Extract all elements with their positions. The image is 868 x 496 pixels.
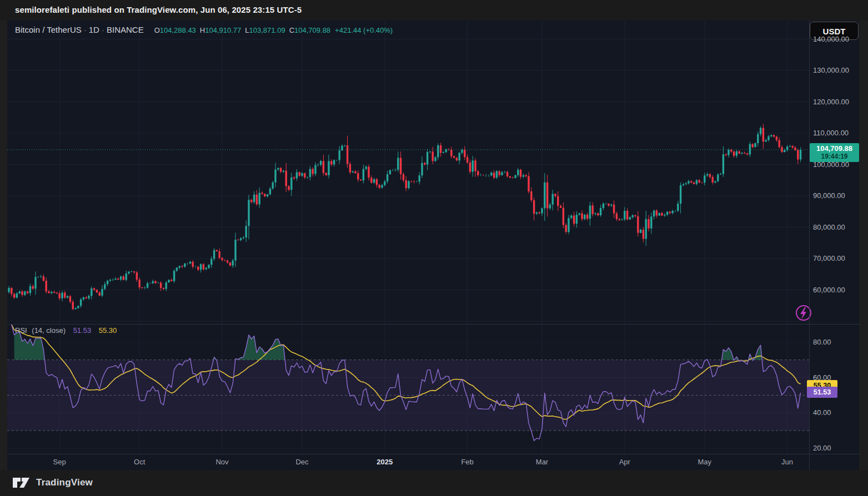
exchange-label: BINANCE bbox=[107, 25, 144, 34]
high-value: 104,910.77 bbox=[205, 26, 241, 34]
attribution-text: semilorefaleti published on TradingView.… bbox=[15, 5, 302, 14]
rsi-ma-current-value: 55.30 bbox=[99, 326, 117, 335]
symbol-header: Bitcoin / TetherUS·1D·BINANCEO104,288.43… bbox=[15, 25, 393, 34]
price-axis-border bbox=[809, 21, 810, 470]
symbol-title[interactable]: Bitcoin / TetherUS bbox=[15, 25, 82, 34]
footer-bar: TradingView bbox=[0, 470, 868, 496]
rsi-axis-label: 20.00 bbox=[813, 444, 831, 452]
last-price-value: 104,709.88 bbox=[810, 144, 859, 153]
rsi-current-value: 51.53 bbox=[73, 326, 92, 335]
pane-separator[interactable] bbox=[7, 324, 859, 325]
chart-region[interactable]: Bitcoin / TetherUS·1D·BINANCEO104,288.43… bbox=[7, 21, 859, 470]
time-axis-label-may: May bbox=[698, 458, 712, 466]
change-value: +421.44 (+0.40%) bbox=[335, 26, 393, 34]
time-axis[interactable]: SepOctNovDec2025FebMarAprMayJun bbox=[7, 454, 859, 470]
interval-label[interactable]: 1D bbox=[89, 25, 99, 34]
time-axis-label-dec: Dec bbox=[295, 458, 308, 466]
price-axis-label: 110,000.00 bbox=[813, 129, 849, 137]
price-axis-label: 80,000.00 bbox=[813, 223, 845, 231]
rsi-title[interactable]: RSI bbox=[15, 326, 27, 335]
open-value: 104,288.43 bbox=[160, 26, 196, 34]
last-price-badge: 104,709.88 19:44:19 bbox=[810, 143, 859, 162]
main-chart-canvas[interactable] bbox=[7, 21, 859, 470]
time-axis-label-jun: Jun bbox=[781, 458, 793, 466]
time-axis-label-apr: Apr bbox=[619, 458, 630, 466]
time-axis-label-sep: Sep bbox=[53, 458, 66, 466]
time-axis-label-nov: Nov bbox=[215, 458, 228, 466]
attribution-bar: semilorefaleti published on TradingView.… bbox=[0, 0, 868, 21]
time-axis-label-feb: Feb bbox=[461, 458, 473, 466]
time-axis-label-oct: Oct bbox=[134, 458, 145, 466]
time-axis-label-mar: Mar bbox=[536, 458, 548, 466]
bar-countdown: 19:44:19 bbox=[810, 153, 859, 160]
price-axis-label: 120,000.00 bbox=[813, 98, 849, 106]
price-axis-label: 70,000.00 bbox=[813, 254, 845, 262]
tradingview-published-chart: semilorefaleti published on TradingView.… bbox=[0, 0, 868, 496]
rsi-axis-label: 80.00 bbox=[813, 338, 831, 346]
tradingview-brand[interactable]: TradingView bbox=[12, 475, 93, 490]
price-axis-label: 90,000.00 bbox=[813, 191, 845, 200]
time-axis-label-2025: 2025 bbox=[377, 458, 393, 466]
price-axis-label: 130,000.00 bbox=[813, 66, 849, 74]
rsi-indicator-header[interactable]: RSI (14, close) 51.53 55.30 bbox=[15, 326, 117, 335]
rsi-value-badge: 51.53 bbox=[807, 387, 837, 398]
low-value: 103,871.09 bbox=[249, 26, 285, 34]
rsi-params: (14, close) bbox=[32, 326, 66, 335]
close-value: 104,709.88 bbox=[294, 26, 330, 34]
brand-name: TradingView bbox=[36, 477, 93, 488]
price-axis-label: 140,000.00 bbox=[813, 35, 849, 43]
ohlc-values: O104,288.43H104,910.77L103,871.09C104,70… bbox=[150, 26, 393, 34]
rsi-axis-label: 40.00 bbox=[813, 408, 831, 417]
price-axis-label: 60,000.00 bbox=[813, 286, 845, 294]
tradingview-logo-icon bbox=[12, 475, 31, 490]
